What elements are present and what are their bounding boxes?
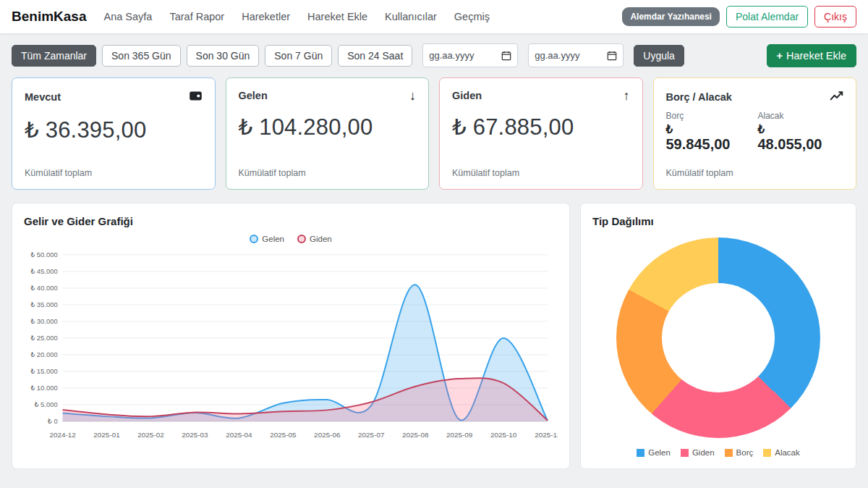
calendar-icon[interactable] [607, 51, 617, 61]
svg-text:₺ 40.000: ₺ 40.000 [30, 284, 57, 292]
card-mevcut-title: Mevcut [25, 91, 61, 103]
svg-text:₺ 5.000: ₺ 5.000 [34, 400, 57, 408]
plus-icon: + [777, 50, 783, 62]
svg-text:₺ 20.000: ₺ 20.000 [30, 350, 57, 358]
nav-ana-sayfa[interactable]: Ana Sayfa [104, 11, 153, 22]
date-to-input[interactable]: gg.aa.yyyy [528, 43, 624, 67]
svg-text:2024-12: 2024-12 [49, 431, 76, 439]
svg-text:₺ 35.000: ₺ 35.000 [30, 300, 57, 308]
wallet-icon [189, 89, 203, 105]
navbar-right: Alemdar Yazıhanesi Polat Alemdar Çıkış [622, 6, 856, 28]
nav-hareket-ekle[interactable]: Hareket Ekle [307, 11, 367, 22]
card-borc-alacak: Borç / Alacak Borç ₺ 59.845,00 Alacak ₺ … [653, 77, 857, 190]
svg-text:₺ 0: ₺ 0 [48, 417, 58, 425]
donut-chart [616, 237, 820, 438]
card-gelen-subtitle: Kümülatif toplam [239, 168, 417, 178]
card-gelen-amount: ₺ 104.280,00 [239, 114, 417, 140]
card-giden-amount: ₺ 67.885,00 [452, 114, 630, 140]
svg-text:2025-06: 2025-06 [314, 431, 341, 439]
brand-logo[interactable]: BenimKasa [12, 9, 87, 25]
stats-row: Mevcut ₺ 36.395,00 Kümülatif toplam Gele… [12, 77, 856, 190]
svg-text:₺ 45.000: ₺ 45.000 [30, 267, 57, 275]
svg-text:2025-08: 2025-08 [402, 431, 429, 439]
alacak-column: Alacak ₺ 48.055,00 [757, 111, 822, 153]
svg-text:2025-07: 2025-07 [358, 431, 385, 439]
svg-text:2025-11: 2025-11 [535, 431, 558, 439]
borc-column: Borç ₺ 59.845,00 [666, 111, 731, 153]
calendar-icon[interactable] [501, 51, 511, 61]
line-chart-card: Gelir ve Gider Grafiği GelenGiden ₺ 0₺ 5… [12, 203, 570, 469]
navbar: BenimKasa Ana Sayfa Taraf Rapor Hareketl… [0, 0, 868, 33]
line-chart-legend: GelenGiden [24, 235, 558, 243]
card-mevcut-amount: ₺ 36.395,00 [25, 117, 203, 143]
borc-currency: ₺ [666, 123, 731, 136]
legend-item-giden[interactable]: Giden [297, 235, 332, 243]
legend-dot [297, 235, 306, 243]
donut-legend-item-gelen[interactable]: Gelen [637, 448, 671, 457]
svg-text:2025-01: 2025-01 [93, 431, 120, 439]
legend-item-gelen[interactable]: Gelen [250, 235, 284, 243]
card-gelen: Gelen ↓ ₺ 104.280,00 Kümülatif toplam [226, 77, 430, 190]
office-badge: Alemdar Yazıhanesi [622, 7, 720, 26]
svg-text:₺ 25.000: ₺ 25.000 [30, 334, 57, 342]
card-gelen-title: Gelen [239, 90, 268, 101]
svg-text:2025-09: 2025-09 [446, 431, 473, 439]
svg-text:₺ 50.000: ₺ 50.000 [30, 251, 57, 258]
main-nav: Ana Sayfa Taraf Rapor Hareketler Hareket… [104, 11, 490, 22]
apply-button[interactable]: Uygula [634, 45, 684, 67]
charts-row: Gelir ve Gider Grafiği GelenGiden ₺ 0₺ 5… [12, 203, 856, 469]
svg-text:2025-05: 2025-05 [270, 431, 297, 439]
nav-kullanicilar[interactable]: Kullanıcılar [385, 11, 437, 22]
svg-text:₺ 10.000: ₺ 10.000 [30, 384, 57, 392]
alacak-amount: 48.055,00 [757, 136, 822, 153]
filter-son-24-saat[interactable]: Son 24 Saat [338, 45, 412, 67]
alacak-label: Alacak [757, 111, 822, 121]
svg-text:2025-10: 2025-10 [490, 431, 517, 439]
nav-taraf-rapor[interactable]: Taraf Rapor [169, 11, 224, 22]
filter-son-7-gun[interactable]: Son 7 Gün [265, 45, 332, 67]
svg-text:2025-04: 2025-04 [226, 431, 252, 439]
legend-swatch [725, 449, 733, 457]
legend-dot [250, 235, 258, 243]
filter-son-30-gun[interactable]: Son 30 Gün [187, 45, 260, 67]
donut-legend-item-bor-[interactable]: Borç [725, 448, 754, 457]
legend-swatch [763, 449, 771, 457]
card-giden: Giden ↑ ₺ 67.885,00 Kümülatif toplam [439, 77, 643, 190]
line-chart: ₺ 0₺ 5.000₺ 10.000₺ 15.000₺ 20.000₺ 25.0… [24, 246, 558, 443]
legend-swatch [681, 449, 689, 457]
trend-chart-icon [830, 89, 843, 105]
date-from-input[interactable]: gg.aa.yyyy [422, 43, 518, 67]
logout-button[interactable]: Çıkış [814, 6, 856, 28]
date-from-placeholder: gg.aa.yyyy [429, 50, 474, 61]
add-transaction-button[interactable]: +Hareket Ekle [767, 44, 856, 67]
filter-tum-zamanlar[interactable]: Tüm Zamanlar [12, 45, 96, 67]
nav-hareketler[interactable]: Hareketler [242, 11, 290, 22]
card-mevcut: Mevcut ₺ 36.395,00 Kümülatif toplam [12, 77, 216, 190]
donut-legend-item-giden[interactable]: Giden [681, 448, 715, 457]
user-button[interactable]: Polat Alemdar [726, 6, 808, 28]
svg-text:2025-02: 2025-02 [137, 431, 164, 439]
card-giden-title: Giden [452, 90, 482, 101]
filter-bar: Tüm Zamanlar Son 365 Gün Son 30 Gün Son … [12, 43, 856, 67]
nav-gecmis[interactable]: Geçmiş [454, 11, 490, 22]
svg-text:₺ 30.000: ₺ 30.000 [30, 317, 57, 325]
arrow-up-icon: ↑ [624, 89, 630, 102]
card-giden-subtitle: Kümülatif toplam [452, 168, 630, 178]
legend-swatch [637, 449, 644, 457]
date-to-placeholder: gg.aa.yyyy [535, 50, 579, 61]
donut-legend-item-alacak[interactable]: Alacak [763, 448, 800, 457]
borc-amount: 59.845,00 [666, 136, 731, 153]
arrow-down-icon: ↓ [409, 89, 416, 102]
donut-chart-title: Tip Dağılımı [592, 215, 654, 227]
main-content: Tüm Zamanlar Son 365 Gün Son 30 Gün Son … [0, 33, 868, 481]
card-mevcut-subtitle: Kümülatif toplam [25, 168, 203, 178]
donut-chart-legend: GelenGidenBorçAlacak [637, 448, 800, 457]
borc-label: Borç [666, 111, 731, 121]
donut-chart-card: Tip Dağılımı GelenGidenBorçAlacak [580, 203, 856, 469]
card-borc-alacak-title: Borç / Alacak [666, 91, 732, 103]
card-borc-alacak-subtitle: Kümülatif toplam [666, 168, 844, 178]
line-chart-title: Gelir ve Gider Grafiği [24, 215, 558, 227]
alacak-currency: ₺ [757, 123, 822, 136]
filter-son-365-gun[interactable]: Son 365 Gün [102, 45, 181, 67]
svg-text:₺ 15.000: ₺ 15.000 [30, 367, 57, 375]
